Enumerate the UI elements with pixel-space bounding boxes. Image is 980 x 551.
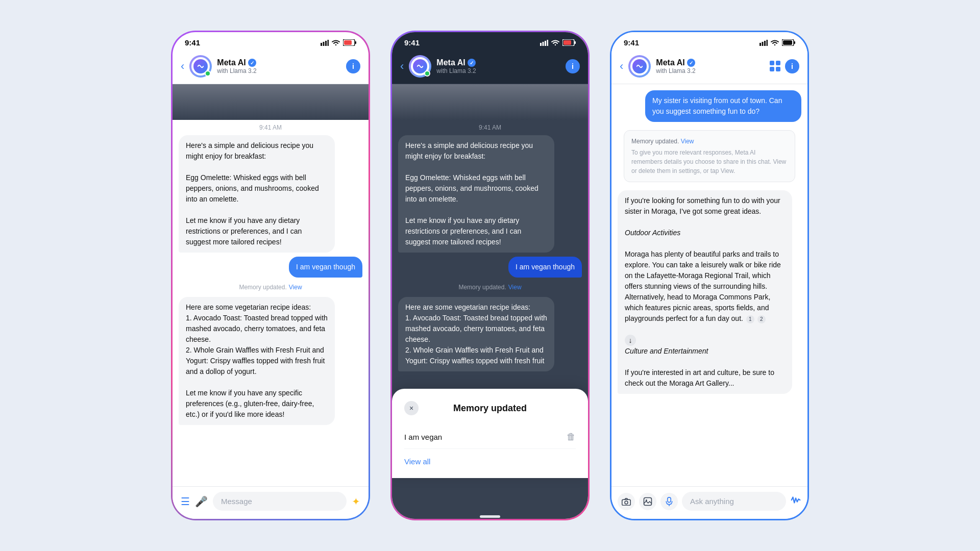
phone-1: 9:41 ‹ M	[171, 31, 370, 520]
mic-button-3[interactable]	[660, 493, 678, 510]
memory-notice-top: Memory updated. View	[631, 137, 788, 146]
agent-subtitle-2: with Llama 3.2	[436, 67, 560, 74]
camera-button-3[interactable]	[618, 493, 635, 510]
chat-header-1: ‹ Meta AI ✓ with Llama 3.2	[173, 51, 369, 84]
agent-name-3: Meta AI ✓	[656, 58, 765, 67]
avatar-1	[189, 55, 212, 78]
messages-area-3: My sister is visiting from out of town. …	[611, 84, 807, 486]
header-text-2: Meta AI ✓ with Llama 3.2	[436, 58, 560, 74]
svg-rect-13	[574, 41, 576, 44]
svg-rect-10	[545, 41, 546, 46]
battery-icon-2	[562, 39, 576, 46]
signal-icon	[321, 40, 329, 46]
chat-header-2: ‹ Meta AI ✓ with Llama 3.2 i	[392, 51, 588, 84]
wifi-icon	[332, 40, 340, 46]
svg-rect-2	[325, 41, 327, 46]
wifi-icon-3	[771, 40, 779, 46]
grid-icon-3[interactable]	[770, 61, 781, 72]
wifi-icon-2	[551, 40, 559, 46]
ask-input-3[interactable]: Ask anything	[682, 492, 786, 511]
mic-icon-1[interactable]: 🎤	[195, 495, 208, 508]
scroll-down-icon[interactable]: ↓	[625, 335, 636, 346]
svg-rect-21	[783, 40, 792, 45]
svg-rect-26	[668, 497, 671, 502]
info-button-2[interactable]: i	[566, 59, 580, 73]
time-3: 9:41	[624, 38, 639, 47]
agent-subtitle-1: with Llama 3.2	[217, 67, 341, 74]
svg-rect-15	[760, 43, 761, 46]
status-icons-2	[540, 39, 576, 46]
memory-updated-text-1: Memory updated.	[239, 284, 286, 291]
svg-rect-5	[355, 41, 356, 44]
phone-2: 9:41 ‹ Meta AI	[390, 31, 590, 520]
timestamp-1: 9:41 AM	[173, 124, 369, 131]
verified-badge-1: ✓	[248, 59, 256, 67]
delete-memory-button[interactable]: 🗑	[567, 432, 576, 442]
photo-icon	[643, 497, 652, 506]
header-text-1: Meta AI ✓ with Llama 3.2	[217, 58, 341, 74]
view-link-2[interactable]: View	[508, 284, 522, 291]
memory-updated-row-2: Memory updated. View	[398, 284, 582, 291]
scroll-indicator-2	[480, 515, 500, 518]
message-bubble: If you're looking for something fun to d…	[618, 190, 792, 394]
message-bubble: Here's a simple and delicious recipe you…	[398, 135, 554, 253]
voice-wave-icon	[790, 494, 801, 506]
signal-icon-3	[760, 40, 768, 46]
svg-rect-18	[767, 40, 768, 46]
image-preview-1	[173, 84, 369, 120]
message-bubble: I am vegan though	[508, 257, 582, 278]
status-icons-3	[760, 39, 795, 46]
view-link-1[interactable]: View	[289, 284, 302, 291]
chat-body-3: My sister is visiting from out of town. …	[611, 84, 807, 486]
memory-item: I am vegan 🗑	[404, 425, 576, 449]
scroll-down-section: ↓	[625, 335, 785, 346]
modal-title: Memory updated	[453, 403, 527, 414]
svg-rect-0	[321, 43, 322, 46]
meta-logo-icon	[196, 62, 205, 71]
photo-button-3[interactable]	[639, 493, 656, 510]
message-input-1[interactable]: Message	[213, 492, 347, 511]
verified-badge-3: ✓	[687, 59, 695, 67]
chat-body-1: 9:41 AM Here's a simple and delicious re…	[173, 84, 369, 486]
status-bar-1: 9:41	[173, 32, 369, 51]
meta-logo-icon-3	[635, 62, 644, 71]
memory-modal: × Memory updated I am vegan 🗑 View all	[392, 389, 588, 478]
memory-view-link-3[interactable]: View	[681, 138, 694, 145]
status-bar-2: 9:41	[392, 32, 588, 51]
svg-rect-6	[344, 40, 352, 45]
battery-icon-3	[782, 39, 795, 46]
info-button-3[interactable]: i	[785, 59, 799, 73]
info-button-1[interactable]: i	[346, 59, 360, 73]
image-preview-2	[392, 84, 588, 120]
svg-rect-1	[323, 42, 325, 46]
memory-item-text: I am vegan	[404, 433, 442, 441]
back-button-2[interactable]: ‹	[400, 60, 404, 73]
signal-icon-2	[540, 40, 548, 46]
camera-icon	[622, 497, 631, 506]
svg-rect-8	[540, 43, 542, 46]
modal-close-button[interactable]: ×	[404, 401, 419, 415]
svg-rect-11	[547, 40, 549, 46]
header-text-3: Meta AI ✓ with Llama 3.2	[656, 58, 765, 74]
back-button-1[interactable]: ‹	[181, 60, 184, 73]
message-bubble: Here's a simple and delicious recipe you…	[179, 135, 335, 253]
svg-rect-9	[543, 42, 544, 46]
agent-name-1: Meta AI ✓	[217, 58, 341, 67]
svg-rect-3	[328, 40, 329, 46]
menu-icon-1[interactable]: ☰	[181, 495, 190, 508]
chat-header-3: ‹ Meta AI ✓ with Llama 3.2	[611, 51, 807, 84]
time-2: 9:41	[404, 38, 420, 47]
svg-rect-22	[622, 499, 631, 505]
status-bar-3: 9:41	[611, 32, 807, 51]
message-bubble: Here are some vegetarian recipe ideas: 1…	[398, 297, 554, 371]
memory-updated-row-1: Memory updated. View	[179, 284, 362, 291]
battery-icon	[343, 39, 356, 46]
input-bar-1: ☰ 🎤 Message ✦	[173, 486, 369, 519]
message-bubble: My sister is visiting from out of town. …	[645, 90, 801, 122]
modal-header: × Memory updated	[404, 401, 576, 415]
view-all-link[interactable]: View all	[404, 457, 576, 466]
back-button-3[interactable]: ‹	[620, 60, 623, 73]
wave-icon-3[interactable]	[790, 494, 801, 509]
svg-rect-24	[644, 497, 652, 505]
sparkle-icon-1[interactable]: ✦	[352, 495, 360, 508]
